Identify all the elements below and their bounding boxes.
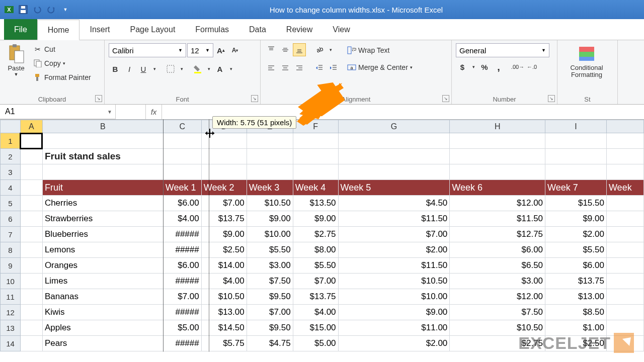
cell-value[interactable]: $9.50 <box>247 289 293 305</box>
format-painter-button[interactable]: Format Painter <box>31 71 93 83</box>
cell-fruit[interactable]: Cherries <box>42 196 163 211</box>
cell-value[interactable]: $5.00 <box>293 336 338 351</box>
table-header[interactable]: Week 6 <box>450 180 545 196</box>
cell[interactable] <box>20 164 42 180</box>
cell-value[interactable]: $13.50 <box>293 196 338 211</box>
cell[interactable] <box>450 133 545 149</box>
cell-value[interactable]: $8.50 <box>545 305 607 320</box>
cell[interactable] <box>20 211 42 227</box>
cell[interactable] <box>20 149 42 164</box>
name-box[interactable]: A1▼ <box>0 105 116 119</box>
spreadsheet-grid[interactable]: ABCDEFGHI12Fruit stand sales34FruitWeek … <box>0 120 644 351</box>
cell-fruit[interactable]: Limes <box>42 274 163 289</box>
cut-button[interactable]: ✂Cut <box>31 43 93 55</box>
tab-insert[interactable]: Insert <box>79 19 120 40</box>
cell-value[interactable]: $3.00 <box>247 258 293 274</box>
row-header-10[interactable]: 10 <box>1 274 21 289</box>
cell-value[interactable]: $7.00 <box>338 227 450 242</box>
alignment-launcher[interactable]: ↘ <box>442 95 449 102</box>
table-header[interactable]: Week 7 <box>545 180 607 196</box>
cell-value[interactable]: $6.00 <box>545 258 607 274</box>
cell[interactable] <box>20 305 42 320</box>
cell[interactable] <box>545 133 607 149</box>
cell-value[interactable]: $13.75 <box>545 274 607 289</box>
cell[interactable] <box>338 149 450 164</box>
cell-value[interactable] <box>606 211 643 227</box>
sheet-title[interactable]: Fruit stand sales <box>42 149 163 164</box>
decrease-decimal-icon[interactable]: ←.0 <box>525 60 538 73</box>
tab-view[interactable]: View <box>323 19 360 40</box>
cell-value[interactable]: $2.00 <box>338 242 450 258</box>
undo-icon[interactable] <box>31 4 43 16</box>
wrap-text-button[interactable]: Wrap Text <box>345 43 415 57</box>
cell-fruit[interactable]: Pears <box>42 336 163 351</box>
cell[interactable] <box>20 289 42 305</box>
fill-color-button[interactable] <box>191 62 204 75</box>
table-header[interactable]: Fruit <box>42 180 163 196</box>
cell-value[interactable]: $15.50 <box>545 196 607 211</box>
cell-value[interactable]: $9.00 <box>338 305 450 320</box>
borders-button[interactable] <box>164 62 177 75</box>
accounting-dropdown[interactable]: ▾ <box>470 60 477 73</box>
align-top-icon[interactable] <box>265 43 278 56</box>
cell[interactable] <box>545 164 607 180</box>
cell-value[interactable]: $7.50 <box>247 274 293 289</box>
row-header-1[interactable]: 1 <box>1 133 21 149</box>
tab-page-layout[interactable]: Page Layout <box>120 19 185 40</box>
cell[interactable] <box>20 258 42 274</box>
cell-value[interactable] <box>606 274 643 289</box>
merge-center-button[interactable]: aMerge & Center ▾ <box>345 60 415 74</box>
cell-value[interactable]: $7.00 <box>247 305 293 320</box>
cell[interactable] <box>20 180 42 196</box>
cell-value[interactable]: $7.00 <box>293 274 338 289</box>
cell-value[interactable]: $7.50 <box>450 305 545 320</box>
cell-value[interactable]: $5.50 <box>545 242 607 258</box>
cell[interactable] <box>545 149 607 164</box>
align-bottom-icon[interactable] <box>293 43 306 56</box>
tab-file[interactable]: File <box>4 19 37 40</box>
cell[interactable] <box>20 227 42 242</box>
cell[interactable] <box>293 164 338 180</box>
decrease-font-icon[interactable]: A▾ <box>228 44 242 57</box>
align-center-icon[interactable] <box>279 61 292 74</box>
tab-review[interactable]: Review <box>276 19 323 40</box>
cell-value[interactable]: $10.00 <box>247 227 293 242</box>
row-header-9[interactable]: 9 <box>1 258 21 274</box>
borders-dropdown[interactable]: ▾ <box>178 62 185 75</box>
column-header-H[interactable]: H <box>450 120 545 133</box>
clipboard-launcher[interactable]: ↘ <box>95 95 102 102</box>
cell[interactable] <box>20 274 42 289</box>
comma-icon[interactable]: , <box>492 60 505 73</box>
cell[interactable] <box>606 133 643 149</box>
cell-value[interactable]: $12.75 <box>450 227 545 242</box>
cell[interactable] <box>450 149 545 164</box>
cell-fruit[interactable]: Blueberries <box>42 227 163 242</box>
column-header-I[interactable]: I <box>545 120 607 133</box>
cell[interactable] <box>247 133 293 149</box>
cell-value[interactable]: $10.50 <box>247 196 293 211</box>
column-header-B[interactable]: B <box>42 120 163 133</box>
cell-value[interactable] <box>606 196 643 211</box>
cell[interactable] <box>338 164 450 180</box>
align-right-icon[interactable] <box>293 61 306 74</box>
cell[interactable] <box>20 196 42 211</box>
cell[interactable] <box>20 242 42 258</box>
orient-dropdown[interactable]: ▾ <box>327 43 334 56</box>
fill-dropdown[interactable]: ▾ <box>205 62 212 75</box>
font-color-dropdown[interactable]: ▾ <box>227 62 234 75</box>
cell-value[interactable]: $6.50 <box>450 258 545 274</box>
cell-fruit[interactable]: Strawberries <box>42 211 163 227</box>
row-header-7[interactable]: 7 <box>1 227 21 242</box>
decrease-indent-icon[interactable] <box>313 61 326 74</box>
cell-value[interactable]: $11.50 <box>338 258 450 274</box>
cell-value[interactable] <box>606 227 643 242</box>
cell[interactable] <box>247 164 293 180</box>
row-header-3[interactable]: 3 <box>1 164 21 180</box>
redo-icon[interactable] <box>45 4 57 16</box>
cell-value[interactable]: $5.50 <box>293 258 338 274</box>
cell-value[interactable]: $13.00 <box>545 289 607 305</box>
accounting-format-icon[interactable]: $ <box>456 60 469 73</box>
paste-button[interactable]: Paste ▼ <box>4 42 28 104</box>
copy-button[interactable]: Copy ▾ <box>31 57 93 69</box>
row-header-2[interactable]: 2 <box>1 149 21 164</box>
